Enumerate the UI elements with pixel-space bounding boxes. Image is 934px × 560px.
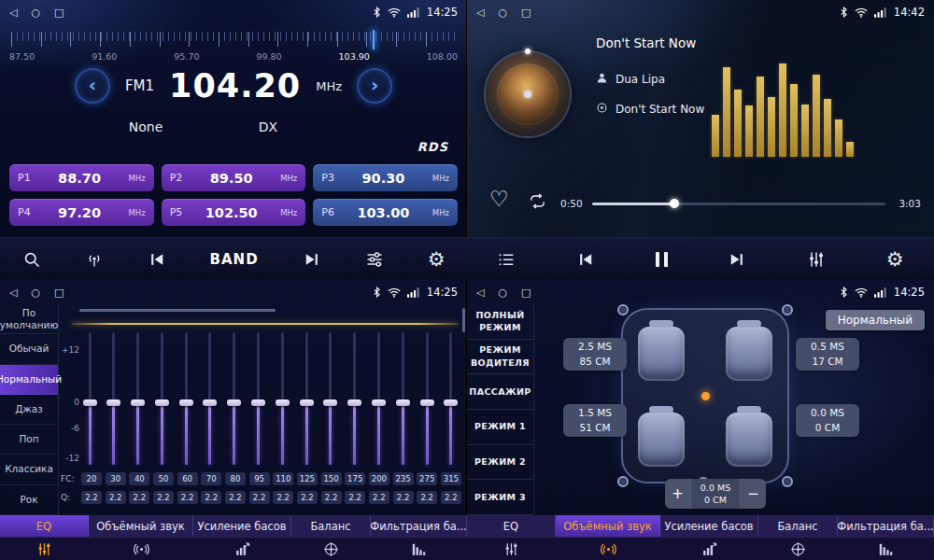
- back-icon[interactable]: ◁: [476, 287, 484, 299]
- eq-band-slider[interactable]: [274, 332, 290, 465]
- home-icon[interactable]: ○: [498, 287, 507, 299]
- eq-band-slider[interactable]: [250, 332, 267, 465]
- eq-band-slider[interactable]: [81, 332, 98, 465]
- eq-band-slider[interactable]: [177, 332, 194, 465]
- seat-front-left[interactable]: [638, 327, 685, 381]
- surround-sound-icon[interactable]: [556, 538, 660, 560]
- scrollbar-vertical[interactable]: [462, 308, 465, 332]
- eq-band-slider[interactable]: [371, 332, 388, 465]
- preset-p2[interactable]: P289.50MHz: [162, 164, 306, 191]
- preset-p1[interactable]: P188.70MHz: [9, 164, 154, 191]
- playlist-icon[interactable]: [497, 250, 516, 269]
- search-icon[interactable]: [22, 250, 41, 269]
- preset-p4[interactable]: P497.20MHz: [9, 199, 154, 226]
- eq-band-slider[interactable]: [418, 332, 435, 465]
- tab-bass-boost[interactable]: Усиление басов: [660, 515, 758, 537]
- listening-position-dot[interactable]: [701, 392, 710, 400]
- delay-r ear-right[interactable]: 0.0 MS 0 CM: [796, 404, 859, 437]
- sound-profile-button[interactable]: Нормальный: [826, 310, 925, 330]
- back-icon[interactable]: ◁: [476, 7, 484, 19]
- pause-button[interactable]: [656, 252, 668, 267]
- favorite-heart-icon[interactable]: ♡: [489, 187, 509, 211]
- home-icon[interactable]: ○: [31, 287, 40, 299]
- next-station-icon[interactable]: [303, 250, 321, 269]
- recents-icon[interactable]: □: [54, 7, 64, 19]
- back-icon[interactable]: ◁: [9, 7, 17, 19]
- settings-gear-icon[interactable]: ⚙: [428, 248, 446, 271]
- tab-surround[interactable]: Объёмный звук: [89, 515, 193, 537]
- eq-preset-custom[interactable]: Обычай: [0, 334, 58, 364]
- surround-sound-icon[interactable]: [89, 538, 193, 560]
- preset-p3[interactable]: P390.30MHz: [313, 164, 458, 191]
- crossover-filter-icon[interactable]: [371, 538, 467, 560]
- eq-preset-jazz[interactable]: Джаз: [0, 395, 58, 425]
- frequency-ruler[interactable]: 87.5091.6095.7099.80103.90108.00: [0, 28, 467, 67]
- tune-down-button[interactable]: ‹: [75, 68, 110, 104]
- eq-band-slider[interactable]: [130, 332, 147, 465]
- tab-eq[interactable]: EQ: [467, 515, 556, 537]
- back-icon[interactable]: ◁: [9, 287, 17, 299]
- recents-icon[interactable]: □: [521, 287, 531, 299]
- recents-icon[interactable]: □: [54, 287, 64, 299]
- eq-band-slider[interactable]: [153, 332, 170, 465]
- eq-band-slider[interactable]: [322, 332, 339, 465]
- tab-balance[interactable]: Баланс: [291, 515, 371, 537]
- seat-rear-right[interactable]: [726, 413, 772, 467]
- eq-band-slider[interactable]: [394, 332, 411, 465]
- eq-band-slider[interactable]: [226, 332, 243, 465]
- eq-band-slider[interactable]: [443, 332, 460, 465]
- bass-boost-icon[interactable]: [193, 538, 291, 560]
- eq-faders-icon[interactable]: [467, 538, 556, 560]
- mode-2[interactable]: РЕЖИМ 2: [467, 445, 533, 481]
- mode-passenger[interactable]: ПАССАЖИР: [467, 374, 533, 410]
- mode-3[interactable]: РЕЖИМ 3: [467, 480, 533, 515]
- scrollbar-horizontal[interactable]: [79, 309, 276, 312]
- balance-icon[interactable]: [291, 538, 371, 560]
- tab-eq[interactable]: EQ: [0, 515, 89, 537]
- tab-surround[interactable]: Объёмный звук: [556, 515, 660, 537]
- progress-bar[interactable]: [592, 203, 885, 205]
- tab-filter[interactable]: Фильтрация ба...: [838, 515, 934, 537]
- eq-preset-default[interactable]: По умолчанию: [0, 304, 58, 334]
- delay-front-left[interactable]: 2.5 MS 85 CM: [563, 338, 627, 371]
- delay-front-right[interactable]: 0.5 MS 17 CM: [796, 338, 859, 371]
- seat-rear-left[interactable]: [638, 413, 685, 467]
- increase-delay-button[interactable]: +: [665, 479, 690, 509]
- seat-front-right[interactable]: [726, 327, 772, 381]
- eq-preset-normal[interactable]: Нормальный: [0, 365, 58, 395]
- eq-faders-icon[interactable]: [0, 538, 89, 560]
- eq-preset-classic[interactable]: Классика: [0, 455, 58, 484]
- progress-knob[interactable]: [670, 199, 679, 208]
- eq-preset-pop[interactable]: Поп: [0, 425, 58, 455]
- tab-balance[interactable]: Баланс: [758, 515, 838, 537]
- home-icon[interactable]: ○: [498, 7, 507, 19]
- eq-preset-rock[interactable]: Рок: [0, 485, 58, 515]
- balance-icon[interactable]: [758, 538, 838, 560]
- eq-band-slider[interactable]: [298, 332, 315, 465]
- eq-faders-icon[interactable]: [807, 250, 826, 269]
- recents-icon[interactable]: □: [521, 7, 531, 19]
- eq-band-slider[interactable]: [106, 332, 122, 465]
- eq-band-slider[interactable]: [202, 332, 219, 465]
- mode-1[interactable]: РЕЖИМ 1: [467, 410, 533, 445]
- band-button[interactable]: BAND: [210, 251, 259, 268]
- decrease-delay-button[interactable]: −: [741, 479, 766, 509]
- scan-stations-icon[interactable]: [85, 250, 104, 269]
- previous-track-icon[interactable]: [576, 250, 595, 269]
- mode-driver[interactable]: РЕЖИМ ВОДИТЕЛЯ: [467, 340, 533, 375]
- bass-boost-icon[interactable]: [660, 538, 758, 560]
- tab-filter[interactable]: Фильтрация ба...: [371, 515, 467, 537]
- repeat-icon[interactable]: [529, 192, 546, 214]
- tune-settings-icon[interactable]: [365, 250, 384, 269]
- preset-p5[interactable]: P5102.50MHz: [162, 199, 306, 226]
- next-track-icon[interactable]: [728, 250, 746, 269]
- delay-rear-left[interactable]: 1.5 MS 51 CM: [563, 404, 627, 437]
- home-icon[interactable]: ○: [31, 7, 40, 19]
- tab-bass-boost[interactable]: Усиление басов: [193, 515, 291, 537]
- mode-full[interactable]: ПОЛНЫЙ РЕЖИМ: [467, 304, 533, 340]
- eq-band-slider[interactable]: [347, 332, 363, 465]
- preset-p6[interactable]: P6103.00MHz: [313, 199, 458, 226]
- settings-gear-icon[interactable]: ⚙: [886, 248, 904, 271]
- tune-up-button[interactable]: ›: [357, 68, 392, 104]
- crossover-filter-icon[interactable]: [838, 538, 934, 560]
